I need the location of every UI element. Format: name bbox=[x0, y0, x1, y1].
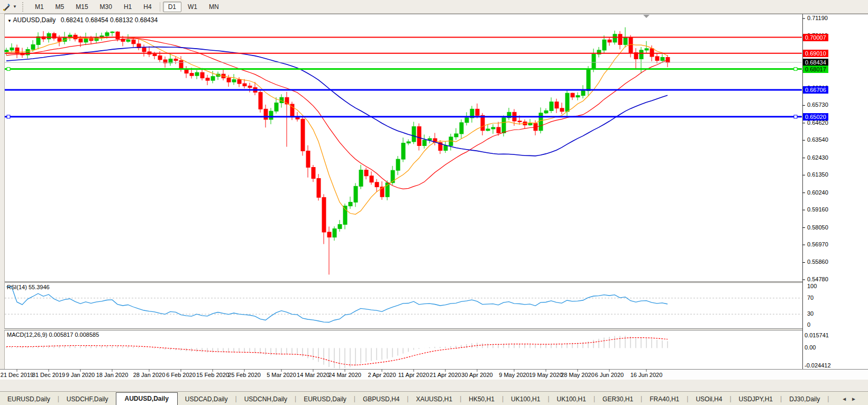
price-level-badge: 0.68017 bbox=[803, 66, 828, 73]
price-tick-label: 0.60240 bbox=[807, 189, 828, 196]
timeframe-button-h1[interactable]: H1 bbox=[118, 2, 137, 12]
toolbar-separator bbox=[160, 2, 160, 12]
date-label: 15 Feb 2020 bbox=[196, 372, 229, 378]
date-label: 14 Mar 2020 bbox=[297, 372, 330, 378]
collapse-icon[interactable]: ▼ bbox=[7, 19, 12, 23]
date-label: 9 May 2020 bbox=[499, 372, 529, 378]
date-label: 28 Jan 2020 bbox=[133, 372, 166, 378]
date-label: 2 Apr 2020 bbox=[368, 372, 396, 378]
timeframe-toolbar: ▼ M1M5M15M30H1H4D1W1MN bbox=[0, 0, 868, 14]
price-tick-label: 0.55860 bbox=[807, 259, 828, 265]
date-label: 5 Mar 2020 bbox=[267, 372, 296, 378]
timeframe-button-d1[interactable]: D1 bbox=[163, 2, 181, 12]
mt4-window: ▼ M1M5M15M30H1H4D1W1MN 21 Dec 201931 Dec… bbox=[0, 0, 868, 405]
status-strip bbox=[0, 380, 868, 391]
chart-ohlc-label: 0.68241 0.68454 0.68132 0.68434 bbox=[61, 16, 158, 24]
price-tick-label: 0.63540 bbox=[807, 136, 828, 143]
timeframe-button-m30[interactable]: M30 bbox=[95, 2, 117, 12]
date-label: 16 Jun 2020 bbox=[631, 372, 663, 378]
date-axis[interactable]: 21 Dec 201931 Dec 20199 Jan 202018 Jan 2… bbox=[0, 369, 868, 380]
date-label: 25 Feb 2020 bbox=[228, 372, 261, 378]
price-tick-label: 0.71190 bbox=[807, 15, 828, 21]
tab-usdcad-daily[interactable]: USDCAD,Daily bbox=[178, 393, 235, 405]
tab-nav: ◄► bbox=[842, 396, 861, 402]
price-level-badge: 0.68434 bbox=[803, 59, 828, 66]
date-label: 6 Jun 2020 bbox=[595, 372, 624, 378]
tab-divider: | bbox=[827, 395, 829, 403]
rsi-axis-label: 30 bbox=[807, 310, 814, 317]
timeframe-button-w1[interactable]: W1 bbox=[182, 2, 203, 12]
macd-axis-label: 0.00 bbox=[805, 344, 816, 351]
price-tick-label: 0.59160 bbox=[807, 206, 828, 213]
tab-scroll-left-icon[interactable]: ◄ bbox=[842, 396, 851, 402]
price-level-badge: 0.66706 bbox=[803, 86, 828, 94]
tab-uk100-h1[interactable]: UK100,H1 bbox=[504, 393, 547, 405]
rsi-axis-label: 70 bbox=[807, 294, 814, 301]
tab-eurusd-daily[interactable]: EURUSD,Daily bbox=[296, 393, 354, 405]
price-tick-label: 0.62430 bbox=[807, 154, 828, 161]
macd-label: MACD(12,26,9) 0.005817 0.008585 bbox=[7, 332, 99, 338]
tab-scroll-right-icon[interactable]: ► bbox=[851, 396, 861, 402]
timeframe-button-m5[interactable]: M5 bbox=[50, 2, 70, 12]
tab-usdchf-daily[interactable]: USDCHF,Daily bbox=[59, 393, 116, 405]
tab-audusd-daily[interactable]: AUDUSD,Daily bbox=[116, 392, 178, 405]
tab-usdcnh-daily[interactable]: USDCNH,Daily bbox=[237, 393, 295, 405]
tab-usdjpy-h1[interactable]: USDJPY,H1 bbox=[732, 393, 780, 405]
date-label: 31 Dec 2019 bbox=[32, 372, 65, 378]
price-tick-label: 0.61350 bbox=[807, 171, 828, 178]
price-tick-label: 0.65730 bbox=[807, 102, 828, 108]
price-tick-label: 0.54780 bbox=[807, 276, 828, 282]
price-level-badge: 0.69010 bbox=[803, 50, 828, 57]
price-tick-label: 0.56970 bbox=[807, 241, 828, 247]
date-label: 21 Dec 2019 bbox=[1, 372, 33, 378]
timeframe-buttons: M1M5M15M30H1H4D1W1MN bbox=[29, 2, 225, 12]
date-label: 21 Apr 2020 bbox=[430, 372, 461, 378]
date-label: 28 May 2020 bbox=[561, 372, 595, 378]
rsi-label: RSI(14) 55.3946 bbox=[7, 284, 50, 290]
chart-title: ▼ AUDUSD,Daily 0.68241 0.68454 0.68132 0… bbox=[7, 16, 158, 24]
date-label: 6 Feb 2020 bbox=[166, 372, 196, 378]
date-label: 30 Apr 2020 bbox=[461, 372, 492, 378]
tab-hk50-h1[interactable]: HK50,H1 bbox=[461, 393, 502, 405]
main-chart-pane[interactable] bbox=[4, 14, 803, 282]
tabs-holder: EURUSD,Daily|USDCHF,DailyAUDUSD,DailyUSD… bbox=[0, 392, 829, 405]
timeframe-button-m1[interactable]: M1 bbox=[30, 2, 49, 12]
tab-xauusd-h1[interactable]: XAUUSD,H1 bbox=[408, 393, 460, 405]
tab-usoil-h4[interactable]: USOil,H4 bbox=[688, 393, 729, 405]
rsi-pane[interactable] bbox=[4, 282, 803, 329]
timeframe-button-h4[interactable]: H4 bbox=[138, 2, 157, 12]
tab-fra40-h1[interactable]: FRA40,H1 bbox=[642, 393, 687, 405]
crosshair-tool-icon[interactable] bbox=[1, 2, 13, 12]
price-tick-label: 0.58050 bbox=[807, 224, 828, 231]
rsi-axis-label: 100 bbox=[807, 283, 817, 289]
tab-gbpusd-h4[interactable]: GBPUSD,H4 bbox=[355, 393, 407, 405]
date-label: 9 Jan 2020 bbox=[66, 372, 95, 378]
timeframe-button-m15[interactable]: M15 bbox=[70, 2, 93, 12]
date-label: 19 May 2020 bbox=[529, 372, 563, 378]
tab-uk100-h1[interactable]: UK100,H1 bbox=[550, 393, 593, 405]
date-label: 24 Mar 2020 bbox=[328, 372, 361, 378]
macd-axis-label: 0.015741 bbox=[805, 332, 829, 338]
tab-dj30-daily[interactable]: DJ30,Daily bbox=[782, 393, 827, 405]
price-level-badge: 0.70007 bbox=[803, 34, 828, 41]
rsi-axis-label: 0 bbox=[807, 321, 810, 328]
toolbar-grip bbox=[22, 2, 26, 12]
date-label: 18 Jan 2020 bbox=[96, 372, 129, 378]
tool-dropdown-icon[interactable]: ▼ bbox=[13, 4, 17, 9]
tab-eurusd-daily[interactable]: EURUSD,Daily bbox=[0, 393, 58, 405]
symbol-tab-bar: EURUSD,Daily|USDCHF,DailyAUDUSD,DailyUSD… bbox=[0, 391, 868, 405]
tab-ger30-h1[interactable]: GER30,H1 bbox=[595, 393, 641, 405]
macd-axis-label: -0.024412 bbox=[805, 362, 831, 369]
price-level-badge: 0.65020 bbox=[803, 113, 828, 121]
macd-pane[interactable] bbox=[4, 330, 803, 370]
date-label: 11 Apr 2020 bbox=[398, 372, 430, 378]
timeframe-button-mn[interactable]: MN bbox=[204, 2, 224, 12]
chart-symbol-label: AUDUSD,Daily bbox=[13, 16, 56, 24]
